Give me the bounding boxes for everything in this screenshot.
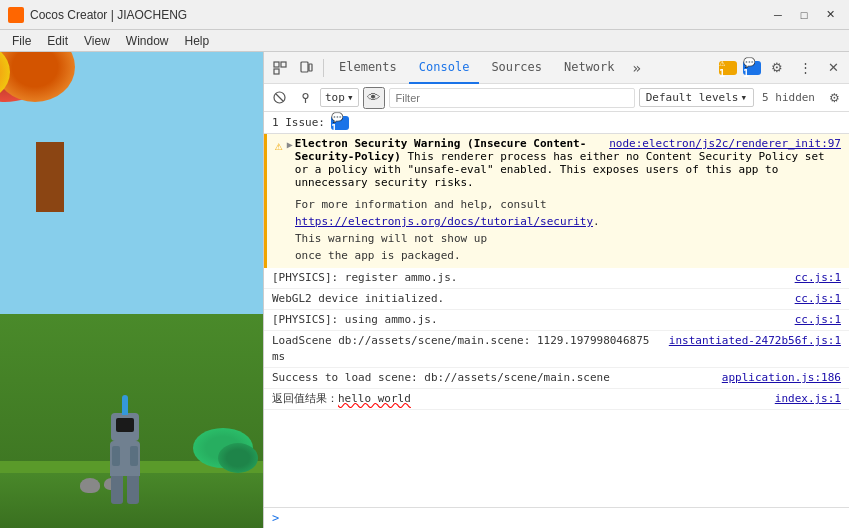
- log-entry-loadscene: LoadScene db://assets/scene/main.scene: …: [264, 331, 849, 368]
- log-entry-physics-register: [PHYSICS]: register ammo.js. cc.js:1: [264, 268, 849, 289]
- menu-help[interactable]: Help: [177, 32, 218, 50]
- tab-sources[interactable]: Sources: [481, 52, 552, 84]
- log-entry-physics-using: [PHYSICS]: using ammo.js. cc.js:1: [264, 310, 849, 331]
- hidden-count: 5 hidden: [758, 91, 819, 104]
- console-toolbar: top ▾ 👁 Default levels ▾ 5 hidden ⚙: [264, 84, 849, 112]
- close-devtools-button[interactable]: ✕: [821, 56, 845, 80]
- svg-point-7: [303, 94, 308, 99]
- svg-rect-3: [301, 62, 308, 72]
- app-icon: [8, 7, 24, 23]
- warning-icon: ⚠: [275, 138, 283, 153]
- context-label: top: [325, 91, 345, 104]
- knight-body: [110, 441, 140, 476]
- info-badge: 💬 1: [743, 61, 761, 75]
- expand-icon[interactable]: ▶: [287, 139, 293, 150]
- toggle-filter-button[interactable]: [294, 87, 316, 109]
- maximize-button[interactable]: □: [793, 4, 815, 26]
- physics-using-link[interactable]: cc.js:1: [787, 312, 841, 328]
- bush-right-2: [218, 443, 258, 473]
- svg-rect-0: [274, 62, 279, 67]
- inspect-element-button[interactable]: [268, 56, 292, 80]
- security-docs-link[interactable]: https://electronjs.org/docs/tutorial/sec…: [295, 215, 593, 228]
- webgl-text: WebGL2 device initialized.: [272, 291, 787, 307]
- devtools-panel: Elements Console Sources Network » ⚠ 1 💬…: [263, 52, 849, 528]
- tree-trunk: [36, 142, 64, 212]
- tab-elements[interactable]: Elements: [329, 52, 407, 84]
- console-output[interactable]: ⚠ ▶ node:electron/js2c/renderer_init:97 …: [264, 134, 849, 507]
- titlebar: Cocos Creator | JIAOCHENG ─ □ ✕: [0, 0, 849, 30]
- menu-window[interactable]: Window: [118, 32, 177, 50]
- console-input-bar[interactable]: >: [264, 507, 849, 528]
- warning-detail-block: For more information and help, consult h…: [264, 192, 849, 268]
- menu-view[interactable]: View: [76, 32, 118, 50]
- physics-register-link[interactable]: cc.js:1: [787, 270, 841, 286]
- loadscene-text: LoadScene db://assets/scene/main.scene: …: [272, 333, 661, 365]
- log-entry-success-load: Success to load scene: db://assets/scene…: [264, 368, 849, 389]
- main-layout: Elements Console Sources Network » ⚠ 1 💬…: [0, 52, 849, 528]
- rock-1: [80, 478, 100, 493]
- tab-network[interactable]: Network: [554, 52, 625, 84]
- issues-bar: 1 Issue: 💬 1: [264, 112, 849, 134]
- warning-badge: ⚠ 1: [719, 61, 737, 75]
- success-load-link[interactable]: application.js:186: [714, 370, 841, 386]
- issues-label: 1 Issue:: [272, 116, 325, 129]
- svg-line-6: [276, 94, 283, 101]
- minimize-button[interactable]: ─: [767, 4, 789, 26]
- knight-plume: [122, 395, 128, 415]
- filter-input[interactable]: [389, 88, 635, 108]
- physics-register-text: [PHYSICS]: register ammo.js.: [272, 270, 787, 286]
- close-button[interactable]: ✕: [819, 4, 841, 26]
- knight-leg-right: [127, 476, 139, 504]
- knight-legs: [100, 476, 150, 504]
- tab-console[interactable]: Console: [409, 52, 480, 84]
- warning-more-text: For more information and help, consult h…: [295, 198, 600, 262]
- levels-label: Default levels: [646, 91, 739, 104]
- hello-world-text: 返回值结果：hello world: [272, 391, 767, 407]
- svg-rect-1: [281, 62, 286, 67]
- svg-rect-2: [274, 69, 279, 74]
- more-options-button[interactable]: ⋮: [793, 56, 817, 80]
- console-prompt-icon: >: [272, 511, 279, 525]
- tree-foliage-right: [0, 52, 75, 102]
- settings-button[interactable]: ⚙: [765, 56, 789, 80]
- log-entry-hello-world: 返回值结果：hello world index.js:1: [264, 389, 849, 410]
- menu-edit[interactable]: Edit: [39, 32, 76, 50]
- context-chevron-icon: ▾: [347, 91, 354, 104]
- devtools-toolbar: Elements Console Sources Network » ⚠ 1 💬…: [264, 52, 849, 84]
- menubar: File Edit View Window Help: [0, 30, 849, 52]
- warning-text: node:electron/js2c/renderer_init:97 Elec…: [295, 137, 841, 189]
- game-viewport: [0, 52, 263, 528]
- loadscene-link[interactable]: instantiated-2472b56f.js:1: [661, 333, 841, 349]
- hello-world-link[interactable]: index.js:1: [767, 391, 841, 407]
- success-load-text: Success to load scene: db://assets/scene…: [272, 370, 714, 386]
- log-entry-warning: ⚠ ▶ node:electron/js2c/renderer_init:97 …: [264, 134, 849, 192]
- knight-character: [100, 413, 150, 483]
- console-input[interactable]: [285, 512, 841, 525]
- knight-head: [111, 413, 139, 441]
- hello-world-underlined: hello world: [338, 392, 411, 405]
- titlebar-controls: ─ □ ✕: [767, 4, 841, 26]
- issues-badge: 💬 1: [331, 116, 349, 130]
- physics-using-text: [PHYSICS]: using ammo.js.: [272, 312, 787, 328]
- menu-file[interactable]: File: [4, 32, 39, 50]
- log-levels-selector[interactable]: Default levels ▾: [639, 88, 754, 107]
- window-title: Cocos Creator | JIAOCHENG: [30, 8, 187, 22]
- tree: [0, 72, 110, 212]
- console-settings-button[interactable]: ⚙: [823, 87, 845, 109]
- webgl-link[interactable]: cc.js:1: [787, 291, 841, 307]
- live-expression-button[interactable]: 👁: [363, 87, 385, 109]
- levels-chevron-icon: ▾: [740, 91, 747, 104]
- knight-leg-left: [111, 476, 123, 504]
- warning-source-link[interactable]: node:electron/js2c/renderer_init:97: [601, 137, 841, 150]
- device-toolbar-button[interactable]: [294, 56, 318, 80]
- more-tabs-button[interactable]: »: [627, 60, 647, 76]
- clear-console-button[interactable]: [268, 87, 290, 109]
- log-entry-webgl: WebGL2 device initialized. cc.js:1: [264, 289, 849, 310]
- context-selector[interactable]: top ▾: [320, 88, 359, 107]
- svg-rect-4: [309, 64, 312, 71]
- toolbar-separator-1: [323, 59, 324, 77]
